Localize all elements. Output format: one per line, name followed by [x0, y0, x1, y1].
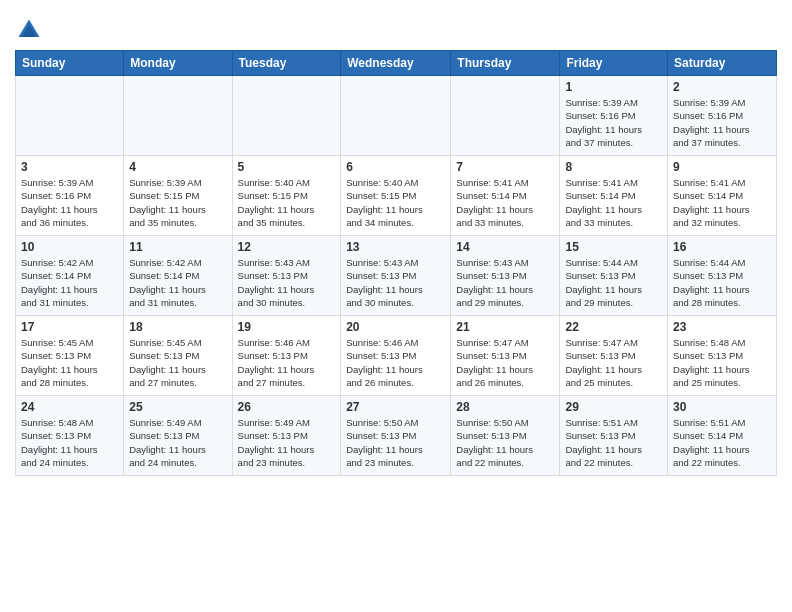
day-info: Sunrise: 5:43 AM Sunset: 5:13 PM Dayligh… [346, 256, 445, 309]
calendar-week-3: 10Sunrise: 5:42 AM Sunset: 5:14 PM Dayli… [16, 236, 777, 316]
day-number: 10 [21, 240, 118, 254]
day-number: 9 [673, 160, 771, 174]
day-number: 21 [456, 320, 554, 334]
day-info: Sunrise: 5:41 AM Sunset: 5:14 PM Dayligh… [565, 176, 662, 229]
day-info: Sunrise: 5:49 AM Sunset: 5:13 PM Dayligh… [129, 416, 226, 469]
calendar-cell: 12Sunrise: 5:43 AM Sunset: 5:13 PM Dayli… [232, 236, 341, 316]
day-number: 24 [21, 400, 118, 414]
day-info: Sunrise: 5:40 AM Sunset: 5:15 PM Dayligh… [346, 176, 445, 229]
day-number: 19 [238, 320, 336, 334]
calendar-body: 1Sunrise: 5:39 AM Sunset: 5:16 PM Daylig… [16, 76, 777, 476]
day-number: 22 [565, 320, 662, 334]
calendar-week-2: 3Sunrise: 5:39 AM Sunset: 5:16 PM Daylig… [16, 156, 777, 236]
calendar-cell [16, 76, 124, 156]
day-info: Sunrise: 5:39 AM Sunset: 5:16 PM Dayligh… [673, 96, 771, 149]
calendar-cell: 8Sunrise: 5:41 AM Sunset: 5:14 PM Daylig… [560, 156, 668, 236]
calendar-cell: 13Sunrise: 5:43 AM Sunset: 5:13 PM Dayli… [341, 236, 451, 316]
day-number: 17 [21, 320, 118, 334]
calendar-cell: 22Sunrise: 5:47 AM Sunset: 5:13 PM Dayli… [560, 316, 668, 396]
calendar-header-sunday: Sunday [16, 51, 124, 76]
calendar-week-1: 1Sunrise: 5:39 AM Sunset: 5:16 PM Daylig… [16, 76, 777, 156]
day-info: Sunrise: 5:43 AM Sunset: 5:13 PM Dayligh… [238, 256, 336, 309]
day-number: 1 [565, 80, 662, 94]
calendar-cell: 21Sunrise: 5:47 AM Sunset: 5:13 PM Dayli… [451, 316, 560, 396]
day-number: 15 [565, 240, 662, 254]
calendar-cell: 26Sunrise: 5:49 AM Sunset: 5:13 PM Dayli… [232, 396, 341, 476]
calendar-cell [124, 76, 232, 156]
logo [15, 10, 47, 44]
day-number: 16 [673, 240, 771, 254]
calendar-cell: 19Sunrise: 5:46 AM Sunset: 5:13 PM Dayli… [232, 316, 341, 396]
calendar-cell: 5Sunrise: 5:40 AM Sunset: 5:15 PM Daylig… [232, 156, 341, 236]
day-info: Sunrise: 5:45 AM Sunset: 5:13 PM Dayligh… [21, 336, 118, 389]
calendar-header-thursday: Thursday [451, 51, 560, 76]
calendar-cell: 11Sunrise: 5:42 AM Sunset: 5:14 PM Dayli… [124, 236, 232, 316]
calendar-cell: 24Sunrise: 5:48 AM Sunset: 5:13 PM Dayli… [16, 396, 124, 476]
day-info: Sunrise: 5:48 AM Sunset: 5:13 PM Dayligh… [673, 336, 771, 389]
calendar-cell: 18Sunrise: 5:45 AM Sunset: 5:13 PM Dayli… [124, 316, 232, 396]
day-info: Sunrise: 5:39 AM Sunset: 5:16 PM Dayligh… [21, 176, 118, 229]
day-number: 26 [238, 400, 336, 414]
day-info: Sunrise: 5:42 AM Sunset: 5:14 PM Dayligh… [21, 256, 118, 309]
day-info: Sunrise: 5:43 AM Sunset: 5:13 PM Dayligh… [456, 256, 554, 309]
calendar-cell: 15Sunrise: 5:44 AM Sunset: 5:13 PM Dayli… [560, 236, 668, 316]
calendar-cell: 7Sunrise: 5:41 AM Sunset: 5:14 PM Daylig… [451, 156, 560, 236]
calendar-cell [341, 76, 451, 156]
calendar-table: SundayMondayTuesdayWednesdayThursdayFrid… [15, 50, 777, 476]
calendar-cell: 14Sunrise: 5:43 AM Sunset: 5:13 PM Dayli… [451, 236, 560, 316]
calendar-header-row: SundayMondayTuesdayWednesdayThursdayFrid… [16, 51, 777, 76]
day-number: 20 [346, 320, 445, 334]
day-number: 14 [456, 240, 554, 254]
calendar-cell: 9Sunrise: 5:41 AM Sunset: 5:14 PM Daylig… [668, 156, 777, 236]
calendar-header-monday: Monday [124, 51, 232, 76]
calendar-header-friday: Friday [560, 51, 668, 76]
day-info: Sunrise: 5:39 AM Sunset: 5:16 PM Dayligh… [565, 96, 662, 149]
calendar-cell: 25Sunrise: 5:49 AM Sunset: 5:13 PM Dayli… [124, 396, 232, 476]
day-info: Sunrise: 5:41 AM Sunset: 5:14 PM Dayligh… [456, 176, 554, 229]
calendar-header-tuesday: Tuesday [232, 51, 341, 76]
day-number: 29 [565, 400, 662, 414]
calendar-week-4: 17Sunrise: 5:45 AM Sunset: 5:13 PM Dayli… [16, 316, 777, 396]
page-header [15, 10, 777, 44]
calendar-cell: 10Sunrise: 5:42 AM Sunset: 5:14 PM Dayli… [16, 236, 124, 316]
day-info: Sunrise: 5:46 AM Sunset: 5:13 PM Dayligh… [346, 336, 445, 389]
day-number: 6 [346, 160, 445, 174]
calendar-header-wednesday: Wednesday [341, 51, 451, 76]
day-number: 7 [456, 160, 554, 174]
day-number: 28 [456, 400, 554, 414]
day-number: 4 [129, 160, 226, 174]
day-info: Sunrise: 5:49 AM Sunset: 5:13 PM Dayligh… [238, 416, 336, 469]
day-info: Sunrise: 5:44 AM Sunset: 5:13 PM Dayligh… [673, 256, 771, 309]
day-info: Sunrise: 5:41 AM Sunset: 5:14 PM Dayligh… [673, 176, 771, 229]
calendar-week-5: 24Sunrise: 5:48 AM Sunset: 5:13 PM Dayli… [16, 396, 777, 476]
day-info: Sunrise: 5:47 AM Sunset: 5:13 PM Dayligh… [565, 336, 662, 389]
day-info: Sunrise: 5:47 AM Sunset: 5:13 PM Dayligh… [456, 336, 554, 389]
day-info: Sunrise: 5:46 AM Sunset: 5:13 PM Dayligh… [238, 336, 336, 389]
calendar-cell: 1Sunrise: 5:39 AM Sunset: 5:16 PM Daylig… [560, 76, 668, 156]
calendar-cell [232, 76, 341, 156]
calendar-cell: 3Sunrise: 5:39 AM Sunset: 5:16 PM Daylig… [16, 156, 124, 236]
day-number: 13 [346, 240, 445, 254]
calendar-cell: 30Sunrise: 5:51 AM Sunset: 5:14 PM Dayli… [668, 396, 777, 476]
day-number: 27 [346, 400, 445, 414]
day-info: Sunrise: 5:45 AM Sunset: 5:13 PM Dayligh… [129, 336, 226, 389]
day-number: 3 [21, 160, 118, 174]
calendar-cell: 28Sunrise: 5:50 AM Sunset: 5:13 PM Dayli… [451, 396, 560, 476]
day-info: Sunrise: 5:44 AM Sunset: 5:13 PM Dayligh… [565, 256, 662, 309]
day-info: Sunrise: 5:51 AM Sunset: 5:13 PM Dayligh… [565, 416, 662, 469]
day-info: Sunrise: 5:51 AM Sunset: 5:14 PM Dayligh… [673, 416, 771, 469]
day-number: 30 [673, 400, 771, 414]
day-number: 18 [129, 320, 226, 334]
logo-icon [15, 16, 43, 44]
calendar-cell: 17Sunrise: 5:45 AM Sunset: 5:13 PM Dayli… [16, 316, 124, 396]
calendar-cell: 16Sunrise: 5:44 AM Sunset: 5:13 PM Dayli… [668, 236, 777, 316]
day-number: 23 [673, 320, 771, 334]
day-number: 5 [238, 160, 336, 174]
calendar-cell: 20Sunrise: 5:46 AM Sunset: 5:13 PM Dayli… [341, 316, 451, 396]
calendar-cell: 6Sunrise: 5:40 AM Sunset: 5:15 PM Daylig… [341, 156, 451, 236]
calendar-cell: 4Sunrise: 5:39 AM Sunset: 5:15 PM Daylig… [124, 156, 232, 236]
calendar-cell [451, 76, 560, 156]
calendar-cell: 29Sunrise: 5:51 AM Sunset: 5:13 PM Dayli… [560, 396, 668, 476]
day-number: 2 [673, 80, 771, 94]
day-number: 11 [129, 240, 226, 254]
